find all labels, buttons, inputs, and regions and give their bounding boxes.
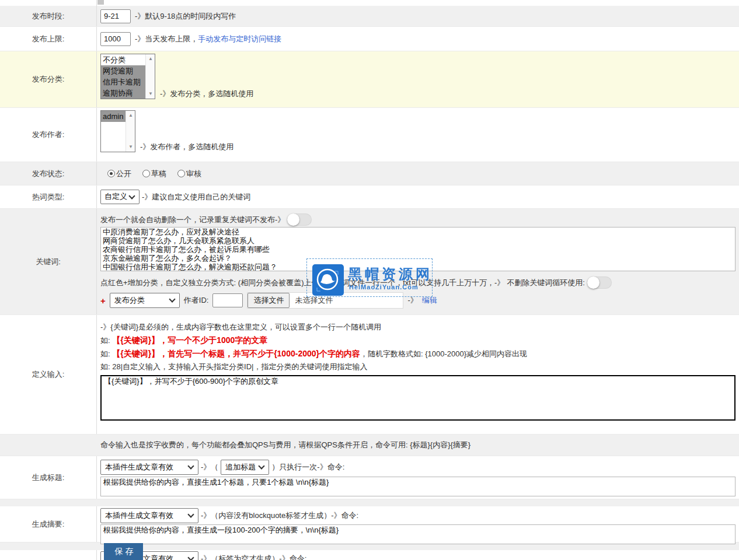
row-publish-time: 发布时段: -》默认9-18点的时间段内写作 — [0, 6, 739, 27]
keywords-label: 关键词: — [0, 209, 97, 314]
category-option[interactable]: 网贷逾期 — [101, 65, 145, 76]
publish-time-label: 发布时段: — [0, 6, 97, 26]
status-radio-public[interactable]: 公开 — [107, 169, 131, 179]
listbox-scrollbar[interactable]: ▲ ▼ — [145, 54, 155, 99]
row-generate-title: 生成标题: 本插件生成文章有效 -》（ 追加标题 ）只执行一次-》命令: 根据我… — [0, 456, 739, 499]
top-partial-label — [0, 0, 97, 6]
category-option[interactable]: 不分类 — [101, 54, 145, 65]
generate-title-label: 生成标题: — [0, 456, 97, 499]
hotword-type-select[interactable]: 自定义 — [100, 190, 140, 204]
watermark-domain: HeiMaoZiYuan.Com — [349, 284, 419, 290]
keep-keywords-toggle[interactable] — [587, 276, 612, 289]
generate-summary-label: 生成摘要: — [0, 506, 97, 542]
custom-input-help-4: 如: 28|自定义输入，支持输入开头指定分类ID|，指定分类的关键词使用指定输入 — [100, 360, 739, 373]
category-option[interactable]: 信用卡逾期 — [101, 76, 145, 88]
radio-icon[interactable] — [177, 170, 185, 177]
title-mode-select[interactable]: 本插件生成文章有效 — [100, 460, 198, 475]
generate-title-note: ）只执行一次-》命令: — [271, 462, 344, 473]
publish-limit-input[interactable] — [100, 32, 131, 46]
row-command-note: 命令输入也是按字收费的，每个功能都会叠加QPS与费用，请根据QPS条件开启，命令… — [0, 435, 739, 456]
row-hotword-type: 热词类型: 自定义 -》建议自定义使用自己的关键词 — [0, 186, 739, 209]
scroll-up-icon[interactable]: ▲ — [146, 55, 155, 63]
custom-input-textarea[interactable]: 【{关键词}】，并写不少于{600-900}个字的原创文章 — [100, 375, 735, 421]
status-radio-review[interactable]: 审核 — [177, 169, 201, 179]
radio-icon[interactable] — [142, 170, 150, 177]
publish-limit-label: 发布上限: — [0, 27, 97, 51]
row-publish-author: 发布作者: admin ▲ ▼ -》发布作者，多选随机使用 — [0, 108, 739, 162]
publish-author-note: -》发布作者，多选随机使用 — [140, 142, 233, 152]
category-multiselect[interactable]: 不分类 网贷逾期 信用卡逾期 逾期协商 ▲ ▼ — [100, 54, 155, 99]
author-id-label: 作者ID: — [184, 295, 209, 306]
custom-input-label: 定义输入: — [0, 315, 97, 434]
author-multiselect[interactable]: admin ▲ ▼ — [100, 110, 135, 152]
watermark-title: 黑帽资源网 — [348, 265, 433, 284]
custom-input-help-2: 如: 【{关键词}】，写一个不少于1000字的文章 — [100, 334, 739, 347]
scroll-down-icon[interactable]: ▼ — [126, 143, 135, 151]
publish-limit-note: -》当天发布上限，手动发布与定时访问链接 — [135, 34, 281, 44]
keywords-upload-note: 点红色+增加分类，自定义独立分类方式: (相同分类会被覆盖)上传txt关键词文件… — [100, 278, 504, 288]
publish-time-note: -》默认9-18点的时间段内写作 — [135, 11, 236, 22]
heimao-logo-icon — [312, 264, 344, 296]
example-red-text: 【{关键词}】，写一个不少于1000字的文章 — [112, 335, 267, 345]
publish-status-label: 发布状态: — [0, 162, 97, 185]
command-note-text: 命令输入也是按字收费的，每个功能都会叠加QPS与费用，请根据QPS条件开启，命令… — [100, 440, 470, 450]
choose-file-button[interactable]: 选择文件 — [248, 293, 290, 308]
generate-summary-note: -》（内容没有blockquote标签才生成）-》命令: — [201, 510, 358, 521]
row-custom-input: 定义输入: -》{关键词}是必须的，生成内容字数也在这里定义，可以设置多个一行一… — [0, 315, 739, 435]
cutoff-control-stub — [97, 0, 104, 5]
row-top-partial — [0, 0, 739, 6]
auto-delete-toggle[interactable] — [287, 214, 312, 226]
author-option[interactable]: admin — [101, 111, 126, 122]
title-append-select[interactable]: 追加标题 — [221, 460, 269, 475]
generate-tag-note: -》（标签为空才生成）-》命令: — [201, 554, 306, 560]
status-radio-draft[interactable]: 草稿 — [142, 169, 166, 179]
row-separator — [0, 499, 739, 506]
publish-category-label: 发布分类: — [0, 51, 97, 107]
custom-input-help-1: -》{关键词}是必须的，生成内容字数也在这里定义，可以设置多个一行一个随机调用 — [100, 321, 739, 334]
arrow-text: -》（ — [201, 462, 218, 473]
hotword-type-label: 热词类型: — [0, 186, 97, 208]
summary-command-textarea[interactable]: 根据我提供给你的内容，直接生成一段100-200个字的摘要，\n\n{标题} — [100, 524, 735, 544]
scroll-down-icon[interactable]: ▼ — [146, 90, 155, 98]
manual-publish-link[interactable]: 手动发布与定时访问链接 — [198, 34, 281, 43]
save-button[interactable]: 保存 — [104, 543, 143, 560]
add-category-button[interactable]: + — [100, 296, 106, 306]
author-id-input[interactable] — [212, 293, 243, 307]
plugin-settings-page: 发布时段: -》默认9-18点的时间段内写作 发布上限: -》当天发布上限，手动… — [0, 0, 739, 560]
title-command-textarea[interactable]: 根据我提供给你的内容，直接生成1个标题，只要1个标题 \n\n{标题} — [100, 477, 735, 496]
row-publish-limit: 发布上限: -》当天发布上限，手动发布与定时访问链接 — [0, 27, 739, 51]
listbox-scrollbar[interactable]: ▲ ▼ — [126, 111, 135, 152]
row-generate-summary: 生成摘要: 本插件生成文章有效 -》（内容没有blockquote标签才生成）-… — [0, 506, 739, 542]
scroll-up-icon[interactable]: ▲ — [126, 111, 135, 120]
example-red-text: 【{关键词}】，首先写一个标题，并写不少于{1000-2000}个字的内容 — [112, 349, 360, 358]
keywords-toggle-note: 发布一个就会自动删除一个，记录重复关键词不发布-》 — [100, 215, 285, 225]
row-publish-category: 发布分类: 不分类 网贷逾期 信用卡逾期 逾期协商 ▲ ▼ -》发布分类，多选随… — [0, 51, 739, 108]
publish-category-note: -》发布分类，多选随机使用 — [160, 89, 253, 99]
watermark: 黑帽资源网 HeiMaoZiYuan.Com — [306, 258, 433, 297]
summary-mode-select[interactable]: 本插件生成文章有效 — [100, 508, 198, 523]
hotword-type-note: -》建议自定义使用自己的关键词 — [142, 192, 250, 202]
keyword-category-select[interactable]: 发布分类 — [110, 293, 180, 308]
publish-time-input[interactable] — [100, 9, 131, 23]
row-publish-status: 发布状态: 公开 草稿 审核 — [0, 162, 739, 186]
custom-input-help-3: 如: 【{关键词}】，首先写一个标题，并写不少于{1000-2000}个字的内容… — [100, 347, 739, 360]
category-option[interactable]: 逾期协商 — [101, 88, 145, 99]
radio-checked-icon[interactable] — [107, 170, 115, 177]
keywords-loop-note: 不删除关键词循环使用: — [507, 278, 585, 288]
publish-author-label: 发布作者: — [0, 108, 97, 162]
